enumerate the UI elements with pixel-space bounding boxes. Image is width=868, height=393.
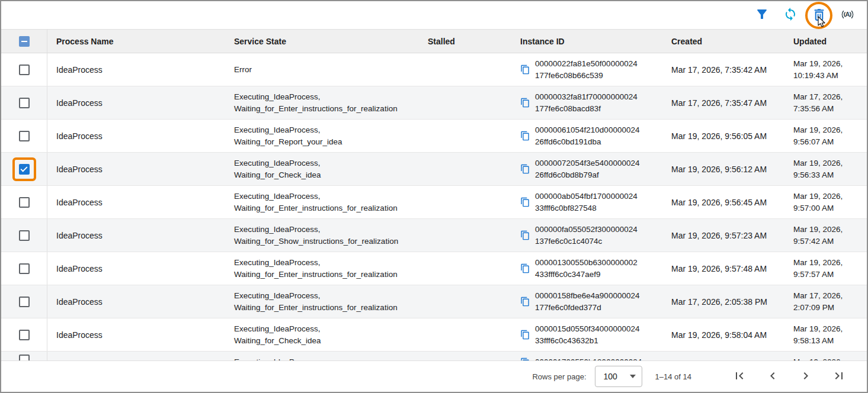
delete-button[interactable] bbox=[811, 8, 827, 23]
instance-id-text: 000001300550b6300000002433fff6c0c347aef9 bbox=[535, 257, 638, 281]
chevron-right-icon bbox=[799, 369, 813, 385]
row-select-cell bbox=[1, 352, 47, 360]
process-name-cell: IdeaProcess bbox=[47, 196, 225, 208]
copy-icon[interactable] bbox=[520, 330, 530, 340]
table-row: IdeaProcessError00000022fa81e50f00000024… bbox=[1, 53, 867, 86]
service-state-cell: Executing_IdeaProcess,Waiting_for_Enter_… bbox=[225, 191, 419, 214]
voice-command-icon: A bbox=[840, 7, 855, 24]
process-name-cell: IdeaProcess bbox=[47, 64, 225, 76]
service-state-cell: Error bbox=[225, 64, 419, 76]
header-cell-created[interactable]: Created bbox=[662, 36, 784, 47]
process-name-cell: IdeaProcess bbox=[47, 263, 225, 275]
copy-icon[interactable] bbox=[520, 197, 530, 207]
updated-cell: Mar 19, 2026,9:56:33 AM bbox=[784, 157, 867, 181]
table-row: IdeaProcessExecuting_IdeaProcess,Waiting… bbox=[1, 86, 867, 120]
svg-text:A: A bbox=[845, 11, 850, 18]
instance-id-text: 00000061054f210d0000002426ffd6c0bd191dba bbox=[535, 124, 639, 148]
previous-page-button[interactable] bbox=[765, 369, 780, 384]
instance-id-text: 00000158fbe6e4a900000024177fe6c0fded377d bbox=[535, 290, 639, 314]
process-instance-list-window: A Process Name Service State Stalled Ins… bbox=[0, 0, 868, 393]
copy-icon[interactable] bbox=[520, 297, 530, 307]
instance-id-cell: 00000158fbe6e4a900000024177fe6c0fded377d bbox=[511, 290, 662, 314]
page-range-label: 1–14 of 14 bbox=[655, 372, 691, 381]
instance-id-text: 00000072054f3e540000002426ffd6c0bd8b79af bbox=[535, 157, 639, 181]
table-row: IdeaProcessExecuting_IdeaProcess,Waiting… bbox=[1, 153, 867, 186]
filter-button[interactable] bbox=[754, 8, 770, 23]
filter-icon bbox=[755, 7, 769, 23]
copy-icon[interactable] bbox=[520, 164, 530, 174]
updated-cell: Mar 19, 2026, bbox=[784, 352, 867, 360]
created-cell: Mar 19, 2026, 9:58:04 AM bbox=[662, 329, 784, 341]
annotation-highlight bbox=[12, 157, 36, 181]
created-cell: Mar 17, 2026, 2:05:38 PM bbox=[662, 296, 784, 308]
chevron-left-icon bbox=[765, 369, 780, 385]
instance-id-cell: 000000ab054fbf170000002433fff6c0bf827548 bbox=[511, 191, 662, 214]
dropdown-caret-icon bbox=[630, 375, 636, 378]
header-cell-service-state[interactable]: Service State bbox=[225, 36, 419, 47]
toolbar: A bbox=[1, 1, 867, 30]
process-name-cell: IdeaProcess bbox=[47, 329, 225, 341]
created-cell: Mar 19, 2026, 9:57:48 AM bbox=[662, 263, 784, 275]
first-page-button[interactable] bbox=[732, 369, 747, 384]
process-name-cell: IdeaProcess bbox=[47, 130, 225, 142]
row-checkbox[interactable] bbox=[19, 164, 30, 175]
row-checkbox[interactable] bbox=[19, 197, 30, 208]
voice-command-button[interactable]: A bbox=[840, 8, 855, 23]
service-state-cell: Executing_IdeaProcess,Waiting_for_Show_i… bbox=[225, 224, 419, 247]
process-name-cell: IdeaProcess bbox=[47, 163, 225, 175]
rows-per-page-value: 100 bbox=[604, 372, 617, 381]
process-name-cell: IdeaProcess bbox=[47, 296, 225, 308]
refresh-button[interactable] bbox=[783, 8, 798, 23]
table-row: IdeaProcessExecuting_IdeaProcess,Waiting… bbox=[1, 186, 867, 219]
row-checkbox[interactable] bbox=[19, 65, 30, 75]
instance-id-text: 0000015d0550f3400000002433fff6c0c43632b1 bbox=[535, 323, 639, 347]
instance-id-cell: 00000032fa81f70000000024177fe6c08bacd83f bbox=[511, 91, 662, 115]
updated-cell: Mar 17, 2026,7:35:56 AM bbox=[784, 91, 867, 115]
row-select-cell bbox=[1, 318, 47, 351]
copy-icon[interactable] bbox=[520, 230, 530, 240]
copy-icon[interactable] bbox=[520, 98, 530, 108]
row-select-cell bbox=[1, 285, 47, 318]
instance-id-cell: 000001700550b13000000024 bbox=[511, 352, 662, 360]
row-select-cell bbox=[1, 153, 47, 185]
updated-cell: Mar 19, 2026,9:57:57 AM bbox=[784, 257, 867, 281]
copy-icon[interactable] bbox=[520, 263, 530, 273]
stalled-cell bbox=[419, 352, 511, 356]
row-checkbox[interactable] bbox=[19, 297, 30, 307]
updated-cell: Mar 19, 2026,9:57:00 AM bbox=[784, 191, 867, 214]
created-cell: Mar 17, 2026, 7:35:42 AM bbox=[662, 64, 784, 76]
table-row: IdeaProcessExecuting_IdeaProcess,Waiting… bbox=[1, 285, 867, 318]
created-cell: Mar 19, 2026, 9:56:05 AM bbox=[662, 130, 784, 142]
service-state-cell: Executing_IdeaProcess, bbox=[225, 352, 419, 360]
last-page-icon bbox=[832, 369, 846, 385]
table-body: IdeaProcessError00000022fa81e50f00000024… bbox=[1, 53, 867, 360]
copy-icon[interactable] bbox=[520, 131, 530, 141]
row-checkbox[interactable] bbox=[19, 330, 30, 340]
service-state-cell: Executing_IdeaProcess,Waiting_for_Enter_… bbox=[225, 290, 419, 314]
first-page-icon bbox=[732, 369, 747, 385]
trash-icon bbox=[812, 7, 827, 24]
instance-id-cell: 000001300550b6300000002433fff6c0c347aef9 bbox=[511, 257, 662, 281]
next-page-button[interactable] bbox=[798, 369, 813, 384]
header-cell-stalled[interactable]: Stalled bbox=[419, 36, 511, 47]
service-state-cell: Executing_IdeaProcess,Waiting_for_Enter_… bbox=[225, 257, 419, 281]
process-name-cell bbox=[47, 352, 225, 356]
table-row: IdeaProcessExecuting_IdeaProcess,Waiting… bbox=[1, 219, 867, 252]
row-checkbox[interactable] bbox=[19, 355, 30, 360]
row-checkbox[interactable] bbox=[19, 263, 30, 274]
row-select-cell bbox=[1, 53, 47, 86]
header-cell-updated[interactable]: Updated bbox=[784, 36, 867, 47]
instance-id-cell: 00000072054f3e540000002426ffd6c0bd8b79af bbox=[511, 157, 662, 181]
copy-icon[interactable] bbox=[520, 65, 530, 75]
header-cell-instance-id[interactable]: Instance ID bbox=[511, 36, 662, 47]
last-page-button[interactable] bbox=[831, 369, 847, 384]
header-cell-process-name[interactable]: Process Name bbox=[47, 36, 225, 47]
rows-per-page-select[interactable]: 100 bbox=[595, 366, 642, 387]
row-checkbox[interactable] bbox=[19, 230, 30, 241]
row-checkbox[interactable] bbox=[19, 131, 30, 141]
row-checkbox[interactable] bbox=[19, 98, 30, 108]
row-select-cell bbox=[1, 86, 47, 119]
rows-per-page-label: Rows per page: bbox=[532, 372, 586, 381]
instance-id-text: 00000032fa81f70000000024177fe6c08bacd83f bbox=[535, 91, 638, 115]
select-all-checkbox[interactable] bbox=[19, 36, 30, 47]
